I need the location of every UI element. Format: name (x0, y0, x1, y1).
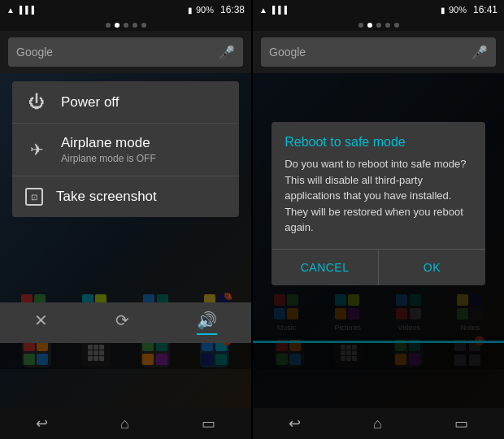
quick-toggles: ✕ ⟳ 🔊 (0, 302, 251, 343)
dot-2 (115, 23, 119, 28)
rotate-icon: ⟳ (115, 311, 129, 330)
search-text-right: Google (269, 46, 306, 59)
status-bar-left: ▲ ▌▌▌ ▮ 90% 16:38 (0, 0, 251, 20)
dot-4 (133, 23, 137, 28)
dot-r-5 (394, 23, 399, 28)
status-bar-right: ▲ ▌▌▌ ▮ 90% 16:41 (253, 0, 504, 20)
dot-1 (106, 23, 111, 28)
dialog-title: Reboot to safe mode (272, 122, 485, 156)
screenshot-icon: ⊡ (25, 188, 43, 206)
signal-icon: ▌▌▌ (20, 6, 37, 14)
wifi-icon: ▲ (7, 6, 15, 15)
search-text-left: Google (16, 46, 53, 59)
reboot-dialog: Reboot to safe mode Do you want to reboo… (272, 122, 485, 285)
nav-bar-left: ↩ ⌂ ▭ (0, 408, 251, 439)
page-indicator-right (253, 20, 504, 31)
back-button-right[interactable]: ↩ (276, 410, 314, 437)
recents-button-right[interactable]: ▭ (441, 410, 481, 437)
airplane-icon: ✈ (25, 140, 48, 159)
status-icons-right: ▲ ▌▌▌ (259, 6, 290, 15)
screen-left: ▲ ▌▌▌ ▮ 90% 16:38 Google 🎤 ⏻ Power (0, 0, 251, 439)
home-button-right[interactable]: ⌂ (360, 411, 395, 437)
battery-percent: 90% (196, 5, 214, 15)
dot-r-1 (358, 23, 363, 28)
screenshot-label-group: Take screenshot (56, 189, 157, 205)
back-button-left[interactable]: ↩ (23, 410, 61, 437)
time-display: 16:38 (220, 4, 245, 15)
google-search-bar-left[interactable]: Google 🎤 (8, 37, 243, 67)
dialog-body: Do you want to reboot into safe mode? Th… (272, 156, 485, 249)
home-button-left[interactable]: ⌂ (107, 411, 142, 437)
battery-percent-r: 90% (449, 5, 467, 15)
dialog-buttons: Cancel OK (272, 249, 485, 285)
wallpaper-right: Reboot to safe mode Do you want to reboo… (253, 73, 504, 408)
power-off-label-group: Power off (61, 94, 119, 111)
recents-button-left[interactable]: ▭ (189, 410, 228, 437)
dialog-overlay: Reboot to safe mode Do you want to reboo… (253, 73, 504, 408)
airplane-sublabel: Airplane mode is OFF (61, 153, 156, 164)
battery-icon-r: ▮ (441, 6, 445, 15)
wallpaper-left: ⏻ Power off ✈ Airplane mode Airplane mod… (0, 73, 251, 408)
cancel-button[interactable]: Cancel (272, 250, 379, 285)
power-off-item[interactable]: ⏻ Power off (12, 81, 239, 124)
sound-icon: 🔊 (197, 311, 217, 330)
battery-icon: ▮ (188, 6, 193, 15)
dot-r-3 (376, 23, 381, 28)
rotate-toggle[interactable]: ⟳ (115, 311, 129, 335)
airplane-label-group: Airplane mode Airplane mode is OFF (61, 135, 156, 164)
screen-right: ▲ ▌▌▌ ▮ 90% 16:41 Google 🎤 Reboot to saf… (253, 0, 504, 439)
screenshot-item[interactable]: ⊡ Take screenshot (12, 176, 239, 217)
dot-3 (124, 23, 128, 28)
signal-icon-r: ▌▌▌ (272, 6, 290, 14)
power-off-label: Power off (61, 94, 119, 111)
status-right-r: ▮ 90% 16:41 (441, 4, 497, 15)
dot-r-2 (367, 23, 372, 28)
status-right-left: ▮ 90% 16:38 (188, 4, 245, 15)
nav-bar-right: ↩ ⌂ ▭ (253, 408, 504, 439)
mute-icon: ✕ (34, 311, 48, 330)
wifi-icon-r: ▲ (259, 6, 267, 15)
mic-icon-right: 🎤 (471, 45, 488, 60)
power-menu: ⏻ Power off ✈ Airplane mode Airplane mod… (12, 81, 239, 217)
google-search-bar-right[interactable]: Google 🎤 (261, 37, 496, 67)
airplane-mode-item[interactable]: ✈ Airplane mode Airplane mode is OFF (12, 124, 239, 176)
time-display-r: 16:41 (473, 4, 497, 15)
sound-active-bar (197, 333, 217, 335)
screenshot-label: Take screenshot (56, 189, 157, 205)
page-indicator-left (0, 20, 251, 31)
ok-button[interactable]: OK (379, 250, 485, 285)
dot-5 (141, 23, 146, 28)
mute-toggle[interactable]: ✕ (34, 311, 48, 335)
dot-r-4 (385, 23, 390, 28)
status-icons-left: ▲ ▌▌▌ (7, 6, 37, 15)
power-icon: ⏻ (25, 93, 48, 111)
airplane-label: Airplane mode (61, 135, 156, 151)
sound-toggle[interactable]: 🔊 (197, 311, 217, 335)
mic-icon-left: 🎤 (219, 45, 235, 60)
